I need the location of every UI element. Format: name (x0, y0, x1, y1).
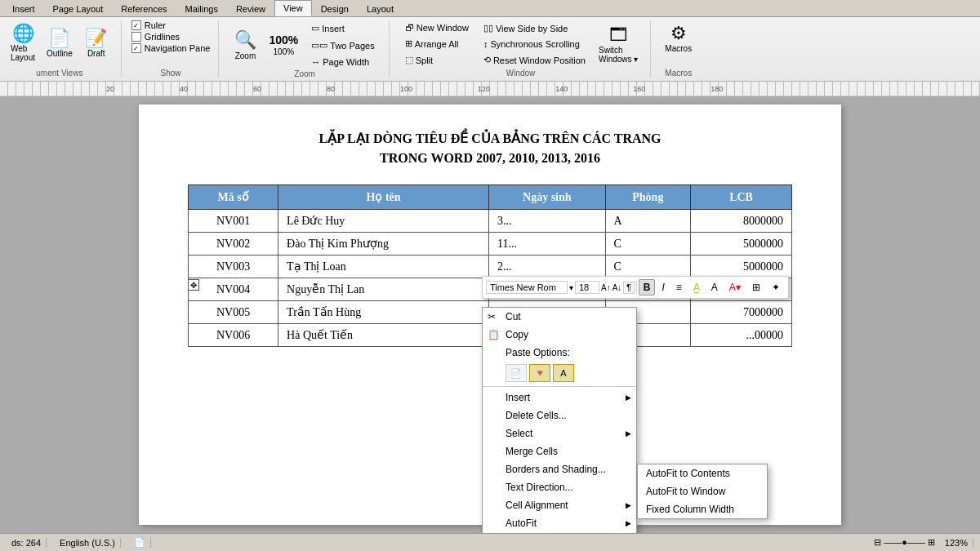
font-size-up-icon[interactable]: A↑ (601, 283, 611, 292)
clear-format-btn[interactable]: ✦ (767, 279, 785, 295)
autofit-contents-item[interactable]: AutoFit to Contents (638, 464, 767, 482)
font-name-input[interactable] (486, 281, 568, 294)
tab-mailings[interactable]: Mailings (176, 0, 227, 16)
cell-4-1: Trần Tấn Hùng (278, 301, 489, 324)
reset-window-btn[interactable]: ⟲ Reset Window Position (478, 52, 591, 68)
cell-3-1: Nguyễn Thị Lan (278, 278, 489, 301)
draft-btn[interactable]: 📝 Draft (80, 25, 113, 60)
title-line1: LẶP LẠI DÒNG TIÊU ĐỀ CỦA BẢNG TRÊN CÁC T… (188, 129, 792, 149)
view-side-by-side-btn[interactable]: ▯▯ View Side by Side (478, 20, 591, 36)
col-ngay-sinh: Ngày sinh (489, 185, 605, 210)
tab-review[interactable]: Review (227, 0, 274, 16)
highlight-btn[interactable]: A̲ (688, 279, 705, 295)
views-group-label: ument Views (36, 69, 82, 78)
table-move-handle[interactable]: ✥ (188, 279, 199, 291)
ruler-checkbox[interactable]: ✓ Ruler (131, 20, 211, 30)
ctx-sep-1 (483, 386, 636, 387)
navigation-pane-checkbox[interactable]: ✓ Navigation Pane (131, 43, 211, 53)
tab-page-layout[interactable]: Page Layout (44, 0, 113, 16)
side-by-side-icon: ▯▯ (483, 23, 493, 33)
ctx-paste-options: 📄 🔻 A (483, 362, 636, 384)
arrange-all-icon: ⊞ (405, 38, 412, 49)
tab-layout[interactable]: Layout (358, 0, 403, 16)
font-size-input[interactable] (575, 281, 599, 294)
switch-windows-icon: 🗔 (609, 24, 627, 46)
col-phong: Phòng (605, 185, 691, 210)
switch-windows-btn[interactable]: 🗔 SwitchWindows ▾ (595, 22, 642, 66)
tab-references[interactable]: References (112, 0, 176, 16)
ctx-borders-shading[interactable]: Borders and Shading... (483, 460, 636, 478)
ribbon-group-macros: ⚙ Macros Macros (661, 20, 704, 78)
ctx-paste-label: Paste Options: (483, 344, 636, 362)
web-layout-btn[interactable]: 🌐 WebLayout (7, 20, 39, 64)
cell-2-2: 2... (489, 256, 605, 278)
macros-btn[interactable]: ⚙ Macros (661, 20, 696, 56)
ctx-delete-cells[interactable]: Delete Cells... (483, 407, 636, 424)
bold-btn[interactable]: B (639, 279, 656, 295)
draft-icon: 📝 (85, 28, 107, 49)
cell-0-2: 3... (489, 210, 605, 233)
col-lcb: LCB (691, 185, 792, 210)
col-ho-ten: Họ tên (278, 185, 489, 210)
ctx-autofit[interactable]: AutoFit (483, 514, 636, 532)
paste-opt-1[interactable]: 📄 (506, 364, 527, 382)
paste-opt-3[interactable]: A (553, 364, 574, 382)
zoom-percent[interactable]: 123% (940, 538, 973, 548)
page-view-btns: ▭ Insert ▭▭ Two Pages ↔ Page Width (305, 20, 380, 69)
tab-view[interactable]: View (274, 0, 312, 16)
document-page: LẶP LẠI DÒNG TIÊU ĐỀ CỦA BẢNG TRÊN CÁC T… (139, 104, 841, 525)
font-size-down-icon[interactable]: A↓ (612, 283, 622, 292)
ctx-copy[interactable]: 📋 Copy (483, 326, 636, 344)
new-window-icon: 🗗 (405, 23, 414, 33)
arrange-all-btn[interactable]: ⊞ Arrange All (399, 36, 474, 51)
outline-btn[interactable]: 📄 Outline (42, 25, 77, 60)
zoom-btn[interactable]: 🔍 Zoom (229, 27, 261, 62)
copy-icon: 📋 (488, 329, 500, 340)
cell-0-1: Lê Đức Huy (278, 210, 489, 233)
align-btn[interactable]: ≡ (671, 279, 687, 295)
ribbon-content: 🌐 WebLayout 📄 Outline 📝 Draft ument View… (0, 17, 980, 81)
table-row: NV001Lê Đức Huy3...A8000000 (189, 210, 792, 233)
document-title: LẶP LẠI DÒNG TIÊU ĐỀ CỦA BẢNG TRÊN CÁC T… (188, 129, 792, 168)
zoom-slider-area[interactable]: ⊟ ——●—— ⊞ (874, 537, 935, 548)
outline-label: Outline (47, 49, 73, 58)
ctx-text-direction[interactable]: Text Direction... (483, 478, 636, 496)
one-page-btn[interactable]: ▭ Insert (305, 20, 380, 36)
macros-group-label: Macros (665, 69, 692, 78)
font-color-A-btn[interactable]: A (706, 279, 723, 295)
ctx-cell-alignment[interactable]: Cell Alignment (483, 496, 636, 514)
ctx-merge-cells[interactable]: Merge Cells (483, 442, 636, 460)
web-layout-label: WebLayout (11, 44, 35, 62)
outline-icon: 📄 (48, 28, 70, 49)
one-page-icon: ▭ (311, 23, 319, 33)
page-width-btn[interactable]: ↔ Page Width (305, 55, 380, 69)
split-btn[interactable]: ⬚ Split (399, 52, 474, 68)
border-btn[interactable]: ⊞ (747, 279, 765, 295)
ribbon: Insert Page Layout References Mailings R… (0, 0, 980, 82)
tab-insert[interactable]: Insert (3, 0, 44, 16)
draft-label: Draft (87, 49, 105, 58)
zoom-100-btn[interactable]: 100% 100% (265, 31, 302, 59)
cell-1-0: NV002 (189, 233, 278, 256)
cell-2-1: Tạ Thị Loan (278, 256, 489, 278)
ruler-marks (0, 82, 980, 96)
new-window-btn[interactable]: 🗗 New Window (399, 20, 474, 35)
two-pages-btn[interactable]: ▭▭ Two Pages (305, 38, 380, 53)
paragraph-icon[interactable]: ¶ (623, 282, 634, 294)
ctx-select[interactable]: Select (483, 424, 636, 442)
window-col2: ▯▯ View Side by Side ↕ Synchronous Scrol… (478, 20, 591, 68)
ctx-insert[interactable]: Insert (483, 389, 636, 407)
autofit-window-item[interactable]: AutoFit to Window (638, 482, 767, 500)
cell-0-4: 8000000 (691, 210, 792, 233)
window-group-label: Window (506, 69, 536, 78)
language-indicator[interactable]: English (U.S.) (55, 538, 121, 548)
fixed-column-width-item[interactable]: Fixed Column Width (638, 500, 767, 518)
gridlines-checkbox[interactable]: Gridlines (131, 32, 211, 42)
italic-btn[interactable]: I (657, 279, 669, 295)
font-color-btn[interactable]: A▾ (724, 279, 746, 295)
zoom-buttons: 🔍 Zoom 100% 100% ▭ Insert ▭▭ Two Pages (229, 20, 380, 69)
ctx-cut[interactable]: ✂ Cut (483, 308, 636, 326)
tab-design[interactable]: Design (312, 0, 358, 16)
paste-opt-2[interactable]: 🔻 (529, 364, 550, 382)
sync-scrolling-btn[interactable]: ↕ Synchronous Scrolling (478, 37, 591, 51)
